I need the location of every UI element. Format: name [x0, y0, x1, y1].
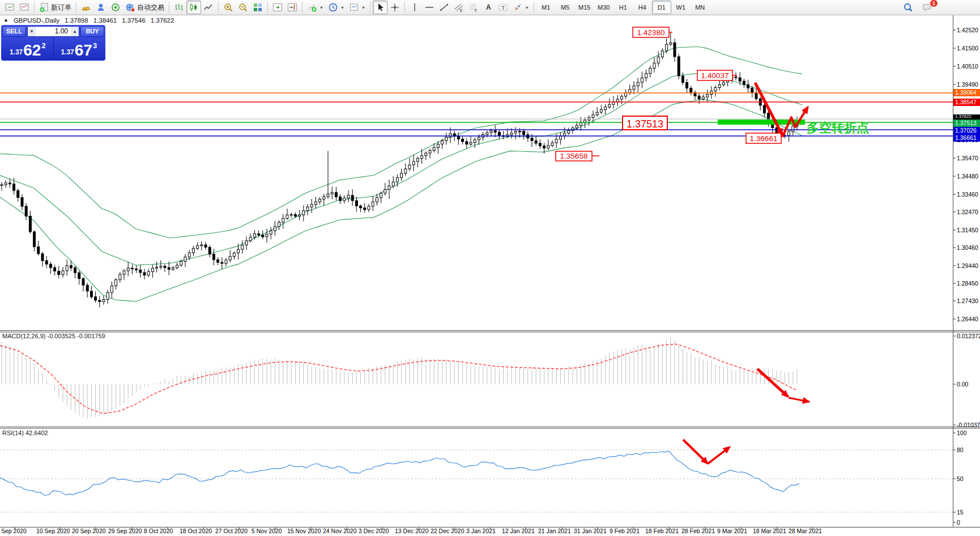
toolbar-auto-trading-button[interactable]: 自动交易 — [123, 1, 167, 14]
candlestick — [197, 246, 199, 249]
candlestick — [8, 183, 11, 184]
toolbar-separator — [76, 2, 76, 13]
candlestick — [253, 234, 255, 237]
candlestick — [686, 83, 688, 88]
toolbar-search-button[interactable] — [901, 1, 915, 14]
timeframe-m1-button[interactable]: M1 — [536, 1, 556, 14]
candlestick — [106, 292, 109, 299]
toolbar-templates-button[interactable]: ▼ — [347, 1, 368, 14]
toolbar-tick-chart-button[interactable] — [17, 1, 32, 14]
candlestick — [551, 143, 553, 146]
toolbar-new-chart-button[interactable] — [2, 1, 17, 14]
toolbar-crosshair-tool-button[interactable] — [387, 1, 402, 14]
candlestick — [641, 78, 643, 83]
toolbar-fibonacci-tool-button[interactable]: F — [466, 1, 481, 14]
toolbar-separator — [267, 2, 268, 13]
y-axis-label: 1.29440 — [957, 262, 978, 269]
buy-price-big: 67 — [75, 42, 92, 58]
toolbar-new-order-button[interactable]: 新订单 — [37, 1, 74, 14]
buy-button[interactable]: BUY — [80, 26, 104, 37]
toolbar-vertical-line-tool-button[interactable] — [407, 1, 422, 14]
buy-price-button[interactable]: 1.37 67 3 — [54, 38, 105, 59]
candlestick — [180, 261, 182, 265]
candlestick — [306, 207, 309, 210]
template-icon — [349, 2, 359, 12]
sell-button[interactable]: SELL — [2, 26, 26, 37]
x-axis-label: 18 Mar 2021 — [753, 528, 786, 534]
quote-close: 1.37622 — [151, 17, 174, 24]
candlestick — [596, 112, 598, 115]
toolbar-zoom-in-button[interactable] — [221, 1, 236, 14]
toolbar-indicators-button[interactable]: ▼ — [305, 1, 326, 14]
volume-stepper[interactable]: ▼ 1.00 ▲ — [27, 26, 79, 37]
candlestick — [327, 194, 329, 197]
toolbar-tile-windows-button[interactable] — [250, 1, 265, 14]
toolbar-notifications-button[interactable]: 1 — [920, 1, 935, 14]
symbol-collapse-icon[interactable]: ▲ — [3, 17, 8, 24]
toolbar-arrows-tool-button[interactable]: ▼ — [510, 1, 531, 14]
candlestick — [400, 173, 403, 178]
timeframe-w1-button[interactable]: W1 — [671, 1, 691, 14]
toolbar-horizontal-line-tool-button[interactable] — [422, 1, 437, 14]
candlestick — [99, 300, 101, 301]
toolbar-zoom-out-button[interactable] — [236, 1, 250, 14]
candlestick — [674, 42, 676, 57]
x-axis-label: 28 Mar 2021 — [789, 528, 822, 534]
volume-value[interactable]: 1.00 — [36, 27, 71, 36]
toolbar-candle-chart-mode-button[interactable] — [186, 1, 201, 14]
timeframe-d1-button[interactable]: D1 — [652, 1, 671, 14]
candlestick — [314, 202, 317, 205]
candlestick — [690, 88, 692, 93]
candlestick — [249, 237, 252, 241]
toolbar-periods-button[interactable]: ▼ — [326, 1, 347, 14]
toolbar-label-tool-button[interactable]: T — [496, 1, 510, 14]
shift-icon — [287, 2, 297, 12]
candlestick — [372, 202, 374, 206]
timeframe-m15-button[interactable]: M15 — [575, 1, 594, 14]
y-axis-label: 1.40510 — [957, 63, 978, 70]
vline-icon — [410, 2, 420, 12]
toolbar-separator — [169, 2, 169, 13]
candlestick — [74, 268, 76, 273]
candlestick — [568, 130, 570, 133]
timeframe-mn-button[interactable]: MN — [691, 1, 710, 14]
arrows-icon — [513, 2, 523, 12]
candlestick — [339, 197, 342, 201]
y-axis-label: 1.35470 — [957, 155, 978, 161]
toolbar-cursor-tool-button[interactable] — [373, 1, 387, 14]
timeframe-m5-button[interactable]: M5 — [556, 1, 575, 14]
candlestick — [633, 86, 635, 90]
volume-decrease-button[interactable]: ▼ — [28, 27, 36, 36]
chart-canvas[interactable]: 1.425201.415001.405101.394901.364901.354… — [0, 0, 980, 536]
candlestick — [649, 69, 651, 74]
toolbar-deposit-button[interactable] — [79, 1, 93, 14]
x-axis-label: 21 Jan 2021 — [538, 528, 571, 534]
candlestick — [714, 88, 717, 91]
timeframe-m30-button[interactable]: M30 — [594, 1, 613, 14]
globe-icon — [125, 2, 135, 12]
volume-increase-button[interactable]: ▲ — [71, 27, 79, 36]
sell-price-button[interactable]: 1.37 62 2 — [2, 38, 54, 59]
timeframe-h1-button[interactable]: H1 — [613, 1, 633, 14]
y-axis-label: 0 — [957, 519, 960, 526]
turning-point-annotation[interactable]: 多空转折点 — [807, 121, 869, 135]
candlestick — [355, 201, 357, 206]
timeframe-h4-button[interactable]: H4 — [633, 1, 652, 14]
toolbar-text-tool-button[interactable]: A — [481, 1, 496, 14]
x-axis-label: 9 Mar 2021 — [717, 528, 747, 534]
toolbar-chart-shift-button[interactable] — [285, 1, 300, 14]
toolbar-signals-button[interactable] — [108, 1, 123, 14]
toolbar-equidistant-channel-tool-button[interactable]: E — [451, 1, 466, 14]
toolbar-line-chart-mode-button[interactable] — [201, 1, 216, 14]
candlestick — [494, 131, 496, 132]
gold-icon — [81, 2, 91, 12]
candlestick — [270, 231, 272, 234]
candlestick — [286, 215, 288, 218]
toolbar-bar-chart-mode-button[interactable] — [172, 1, 186, 14]
candlestick — [17, 190, 19, 198]
toolbar-auto-scroll-button[interactable] — [270, 1, 285, 14]
toolbar-trendline-tool-button[interactable] — [437, 1, 451, 14]
candlestick — [661, 51, 663, 57]
toolbar-accounts-button[interactable] — [93, 1, 108, 14]
price-tag-label: 1.37513 — [955, 120, 977, 126]
